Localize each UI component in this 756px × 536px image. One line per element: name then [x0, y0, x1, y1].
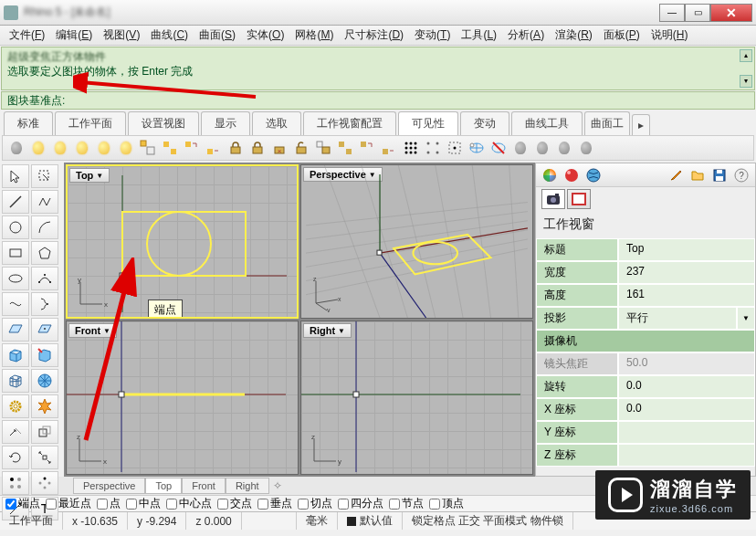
- toolbar-tab-3[interactable]: 显示: [201, 111, 250, 135]
- prop-projection-dropdown[interactable]: ▼: [737, 307, 755, 330]
- rainbow-ball-icon[interactable]: [541, 167, 558, 184]
- mesh-tool[interactable]: [2, 369, 29, 393]
- render-mesh-tool[interactable]: [31, 369, 58, 393]
- menu-c[interactable]: 曲线(C): [145, 26, 194, 45]
- toolbar-tab-2[interactable]: 设置视图: [128, 111, 199, 135]
- red-ball-icon[interactable]: [563, 167, 580, 184]
- surface-tool[interactable]: [2, 318, 29, 342]
- box-tool[interactable]: [2, 343, 29, 367]
- menu-s[interactable]: 曲面(S): [194, 26, 241, 45]
- help-icon[interactable]: ?: [733, 167, 750, 184]
- explosion-tool[interactable]: [31, 394, 58, 418]
- prop-width-val[interactable]: 237: [618, 261, 755, 284]
- toolbar-tab-5[interactable]: 工作视窗配置: [303, 111, 396, 135]
- osnap-2[interactable]: 点: [95, 496, 122, 511]
- menu-d[interactable]: 尺寸标注(D): [339, 26, 409, 45]
- viewport-right[interactable]: Right▼ yz: [300, 321, 533, 475]
- folder-icon[interactable]: [689, 167, 706, 184]
- viewport-perspective[interactable]: Perspective▼: [300, 164, 533, 319]
- prop-rotation-val[interactable]: 0.0: [618, 375, 755, 398]
- view-tab-perspective[interactable]: Perspective: [73, 478, 145, 494]
- points-filter-icon[interactable]: [445, 138, 465, 158]
- prop-z-val[interactable]: [618, 444, 755, 467]
- move-tool[interactable]: [2, 420, 29, 444]
- view-tab-top[interactable]: Top: [145, 478, 182, 494]
- osnap-9[interactable]: 节点: [387, 496, 425, 511]
- match-icon[interactable]: [160, 138, 180, 158]
- menu-p[interactable]: 面板(P): [598, 26, 646, 45]
- light-on-icon-2[interactable]: [50, 138, 70, 158]
- camera-tab[interactable]: [541, 189, 565, 209]
- surface-edit-tool[interactable]: [31, 318, 58, 342]
- osnap-1[interactable]: 最近点: [44, 496, 93, 511]
- view-tab-front[interactable]: Front: [182, 478, 226, 494]
- toolbar-tab-overflow[interactable]: ▸: [632, 114, 650, 135]
- history-scroll-up[interactable]: ▴: [740, 49, 752, 62]
- add-viewport-tab[interactable]: ✧: [269, 479, 286, 492]
- line-tool[interactable]: [2, 190, 29, 214]
- status-layer[interactable]: 默认值: [338, 512, 403, 530]
- status-workplane[interactable]: 工作平面: [0, 512, 63, 530]
- solid-edit-tool[interactable]: [31, 343, 58, 367]
- menu-l[interactable]: 工具(L): [456, 26, 502, 45]
- light-on-icon-4[interactable]: [94, 138, 114, 158]
- menu-t[interactable]: 变动(T): [409, 26, 456, 45]
- osnap-0[interactable]: 端点: [4, 496, 42, 511]
- toolbar-tab-6[interactable]: 可见性: [398, 111, 458, 135]
- display-tab[interactable]: [567, 189, 591, 209]
- lock-swap-icon-2[interactable]: [379, 138, 399, 158]
- status-modes[interactable]: 锁定格点 正交 平面模式 物件锁: [403, 512, 573, 530]
- rectangle-tool[interactable]: [2, 241, 29, 265]
- toolbar-tab-9[interactable]: 曲面工: [584, 111, 630, 135]
- light-on-icon-3[interactable]: ×: [72, 138, 92, 158]
- helix-tool[interactable]: [31, 292, 58, 316]
- points-on-icon[interactable]: [401, 138, 421, 158]
- show-isoparm-icon[interactable]: [467, 138, 487, 158]
- status-unit[interactable]: 毫米: [297, 512, 338, 530]
- points-off-icon[interactable]: [423, 138, 443, 158]
- toolbar-tab-8[interactable]: 曲线工具: [511, 111, 583, 135]
- dim-light-icon-2[interactable]: [532, 138, 552, 158]
- ellipse-tool[interactable]: [2, 267, 29, 290]
- menu-h[interactable]: 说明(H): [646, 26, 694, 45]
- gear-tool[interactable]: [2, 394, 29, 418]
- toolbar-tab-1[interactable]: 工作平面: [55, 111, 126, 135]
- minimize-button[interactable]: —: [659, 4, 685, 22]
- rotate-tool[interactable]: [2, 446, 29, 469]
- hide-isoparm-icon[interactable]: [488, 138, 509, 158]
- lock-x-icon[interactable]: ×: [269, 138, 289, 158]
- array-polar-tool[interactable]: [31, 471, 58, 495]
- menu-o[interactable]: 实体(O): [241, 26, 289, 45]
- unlock-icon[interactable]: [291, 138, 311, 158]
- command-prompt-line2[interactable]: 图块基准点:: [2, 91, 70, 110]
- osnap-10[interactable]: 顶点: [427, 496, 466, 511]
- swap-icon[interactable]: [182, 138, 202, 158]
- viewport-front[interactable]: Front▼ xz: [66, 321, 299, 475]
- curve-interp-tool[interactable]: [2, 292, 29, 316]
- viewport-top[interactable]: Top▼ xy 端点: [66, 164, 299, 319]
- view-tab-right[interactable]: Right: [226, 478, 269, 494]
- curve-tool[interactable]: [31, 267, 58, 290]
- select-tool[interactable]: [2, 164, 29, 188]
- light-off-icon[interactable]: [6, 138, 26, 158]
- prop-height-val[interactable]: 161: [618, 284, 755, 307]
- dim-light-icon-3[interactable]: [554, 138, 574, 158]
- history-scroll-down[interactable]: ▾: [740, 75, 752, 88]
- array-rect-tool[interactable]: [2, 471, 29, 495]
- polyline-tool[interactable]: [31, 190, 58, 214]
- osnap-7[interactable]: 切点: [296, 496, 334, 511]
- layer-lightbulb-icon[interactable]: [138, 138, 158, 158]
- save-icon[interactable]: [711, 167, 728, 184]
- lock-layer-icon[interactable]: [313, 138, 333, 158]
- osnap-3[interactable]: 中点: [124, 496, 163, 511]
- dim-light-icon-4[interactable]: [576, 138, 596, 158]
- prop-x-val[interactable]: 0.0: [618, 398, 755, 421]
- scale-tool[interactable]: [31, 446, 58, 469]
- lock-icon-2[interactable]: [247, 138, 268, 158]
- light-on-icon-5[interactable]: [116, 138, 136, 158]
- menu-e[interactable]: 编辑(E): [50, 26, 98, 45]
- menu-a[interactable]: 分析(A): [502, 26, 550, 45]
- close-button[interactable]: ✕: [710, 4, 752, 22]
- arc-tool[interactable]: [31, 215, 58, 239]
- prop-projection-val[interactable]: 平行: [618, 307, 737, 330]
